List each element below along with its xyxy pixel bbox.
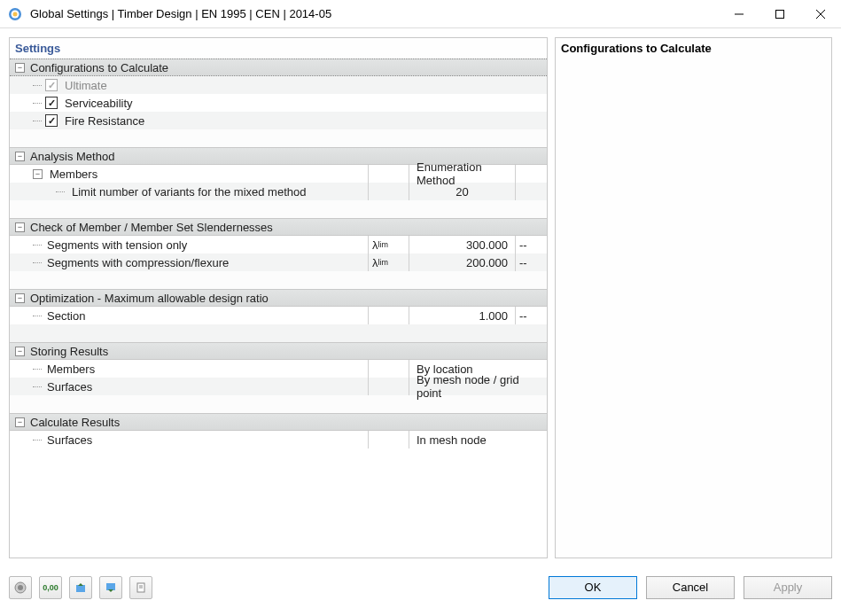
storing-surfaces-value[interactable]: By mesh node / grid point xyxy=(409,378,547,395)
svg-rect-10 xyxy=(106,583,115,590)
collapse-icon[interactable]: − xyxy=(33,169,43,179)
slenderness-tension-row: Segments with tension only λlim 300.000 … xyxy=(10,236,547,253)
ultimate-label: Ultimate xyxy=(63,79,547,92)
collapse-icon[interactable]: − xyxy=(15,152,25,161)
lambda-lim-symbol: λlim xyxy=(368,236,409,253)
window-title: Global Settings | Timber Design | EN 199… xyxy=(30,7,719,20)
enumeration-header: Enumeration Method xyxy=(409,165,515,183)
report-button[interactable] xyxy=(129,576,152,599)
close-button[interactable] xyxy=(800,0,841,27)
config-fire-row: ✓ Fire Resistance xyxy=(10,112,547,129)
app-icon xyxy=(7,6,23,22)
section-label: Section xyxy=(45,309,368,323)
group-title: Storing Results xyxy=(30,345,108,358)
fire-label: Fire Resistance xyxy=(63,114,547,128)
group-calculate[interactable]: − Calculate Results xyxy=(10,413,547,431)
svg-rect-9 xyxy=(76,585,85,592)
storing-members-label: Members xyxy=(45,363,368,376)
maximize-button[interactable] xyxy=(759,0,800,27)
optimization-section-row: Section 1.000 -- xyxy=(10,307,547,324)
analysis-members-row: − Members Enumeration Method xyxy=(10,165,547,183)
group-title: Configurations to Calculate xyxy=(30,61,168,74)
dialog-footer: 0,00 OK Cancel Apply xyxy=(0,567,841,607)
minimize-button[interactable] xyxy=(719,0,759,27)
config-ultimate-row: ✓ Ultimate xyxy=(10,76,547,94)
group-title: Calculate Results xyxy=(30,416,120,429)
compression-label: Segments with compression/flexure xyxy=(45,256,368,269)
config-serviceability-row: ✓ Serviceability xyxy=(10,94,547,112)
slenderness-compression-row: Segments with compression/flexure λlim 2… xyxy=(10,253,547,271)
details-panel: Configurations to Calculate xyxy=(555,37,832,558)
group-slenderness[interactable]: − Check of Member / Member Set Slenderne… xyxy=(10,218,547,236)
compression-value[interactable]: 200.000 xyxy=(409,253,515,271)
ultimate-checkbox: ✓ xyxy=(45,79,58,91)
members-label: Members xyxy=(43,168,368,181)
section-value[interactable]: 1.000 xyxy=(409,307,515,324)
settings-panel-header: Settings xyxy=(10,38,547,58)
details-panel-header: Configurations to Calculate xyxy=(556,38,831,58)
calculate-surfaces-value[interactable]: In mesh node xyxy=(409,431,547,448)
storing-surfaces-label: Surfaces xyxy=(45,380,368,394)
group-configurations[interactable]: − Configurations to Calculate xyxy=(10,58,547,76)
window-titlebar: Global Settings | Timber Design | EN 199… xyxy=(0,0,841,28)
settings-tree: − Configurations to Calculate ✓ Ultimate… xyxy=(10,58,547,558)
tension-value[interactable]: 300.000 xyxy=(409,236,515,253)
collapse-icon[interactable]: − xyxy=(15,417,25,427)
svg-point-2 xyxy=(13,12,18,16)
collapse-icon[interactable]: − xyxy=(15,293,25,303)
settings-panel: Settings − Configurations to Calculate ✓… xyxy=(9,37,548,558)
limit-label: Limit number of variants for the mixed m… xyxy=(70,185,368,199)
analysis-limit-row: Limit number of variants for the mixed m… xyxy=(10,183,547,200)
section-unit: -- xyxy=(515,307,547,324)
group-title: Analysis Method xyxy=(30,150,114,163)
calculate-surfaces-label: Surfaces xyxy=(45,433,368,447)
serviceability-checkbox[interactable]: ✓ xyxy=(45,97,58,109)
fire-checkbox[interactable]: ✓ xyxy=(45,114,58,127)
group-storing[interactable]: − Storing Results xyxy=(10,342,547,360)
lambda-lim-symbol: λlim xyxy=(368,253,409,271)
tension-unit: -- xyxy=(515,236,547,253)
compression-unit: -- xyxy=(515,253,547,271)
collapse-icon[interactable]: − xyxy=(15,347,25,356)
group-title: Optimization - Maximum allowable design … xyxy=(30,292,269,305)
collapse-icon[interactable]: − xyxy=(15,63,25,73)
import-button[interactable] xyxy=(69,576,92,599)
group-title: Check of Member / Member Set Slenderness… xyxy=(30,221,273,234)
collapse-icon[interactable]: − xyxy=(15,222,25,232)
help-button[interactable] xyxy=(9,576,32,599)
ok-button[interactable]: OK xyxy=(549,576,637,599)
svg-rect-4 xyxy=(776,10,784,18)
tension-label: Segments with tension only xyxy=(45,238,368,252)
window-controls xyxy=(719,0,841,27)
apply-button[interactable]: Apply xyxy=(744,576,832,599)
serviceability-label: Serviceability xyxy=(63,97,547,110)
group-optimization[interactable]: − Optimization - Maximum allowable desig… xyxy=(10,289,547,307)
cancel-button[interactable]: Cancel xyxy=(646,576,735,599)
units-button[interactable]: 0,00 xyxy=(39,576,62,599)
limit-value[interactable]: 20 xyxy=(409,183,515,200)
export-button[interactable] xyxy=(99,576,122,599)
calculate-surfaces-row: Surfaces In mesh node xyxy=(10,431,547,448)
svg-point-8 xyxy=(18,585,23,590)
storing-surfaces-row: Surfaces By mesh node / grid point xyxy=(10,378,547,395)
